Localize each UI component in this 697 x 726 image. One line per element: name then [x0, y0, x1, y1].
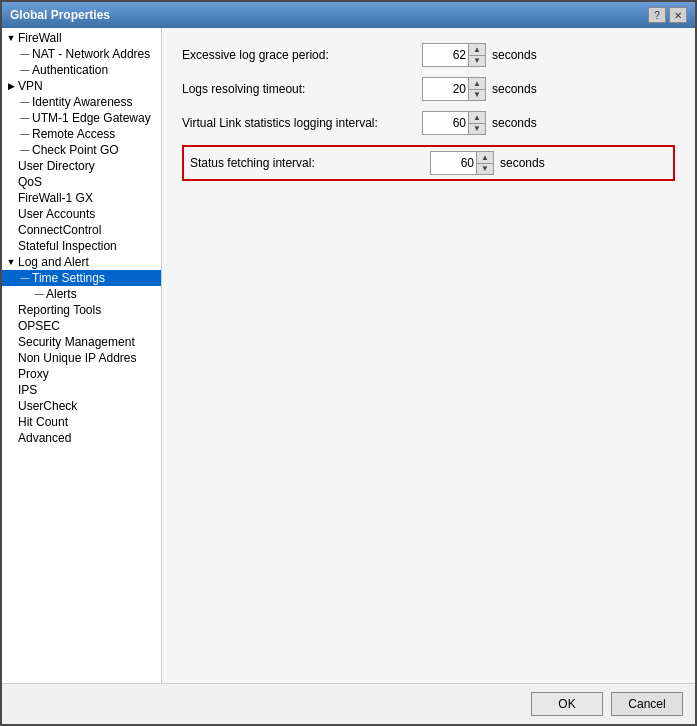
global-properties-dialog: Global Properties ? ✕ ▼FireWall—NAT - Ne… [0, 0, 697, 726]
field-label-virtual-link: Virtual Link statistics logging interval… [182, 116, 422, 130]
dash-icon: — [18, 95, 32, 109]
sidebar-item-vpn[interactable]: ▶VPN [2, 78, 161, 94]
spinbox-input-status-fetching[interactable] [431, 152, 476, 174]
sidebar-item-checkpoint-go[interactable]: —Check Point GO [2, 142, 161, 158]
spinbox-virtual-link: ▲ ▼ [422, 111, 486, 135]
title-bar-buttons: ? ✕ [648, 7, 687, 23]
spinbox-log-grace: ▲ ▼ [422, 43, 486, 67]
spinbox-container-virtual-link: ▲ ▼ seconds [422, 111, 537, 135]
help-button[interactable]: ? [648, 7, 666, 23]
expander-icon[interactable]: ▼ [4, 31, 18, 45]
sidebar-item-label: QoS [18, 175, 42, 189]
sidebar-item-usercheck[interactable]: UserCheck [2, 398, 161, 414]
form-row-logs-resolving: Logs resolving timeout: ▲ ▼ seconds [182, 77, 675, 101]
sidebar-item-log-and-alert[interactable]: ▼Log and Alert [2, 254, 161, 270]
sidebar-item-identity-awareness[interactable]: —Identity Awareness [2, 94, 161, 110]
sidebar-item-ips[interactable]: IPS [2, 382, 161, 398]
spinbox-up-logs-resolving[interactable]: ▲ [469, 78, 485, 89]
sidebar-item-label: Identity Awareness [32, 95, 133, 109]
dash-icon: — [18, 111, 32, 125]
field-label-status-fetching: Status fetching interval: [190, 156, 430, 170]
unit-label-log-grace: seconds [492, 48, 537, 62]
expander-icon[interactable]: ▶ [4, 79, 18, 93]
field-label-logs-resolving: Logs resolving timeout: [182, 82, 422, 96]
dialog-content: ▼FireWall—NAT - Network Addres—Authentic… [2, 28, 695, 683]
unit-label-status-fetching: seconds [500, 156, 545, 170]
form-row-log-grace: Excessive log grace period: ▲ ▼ seconds [182, 43, 675, 67]
spinbox-up-status-fetching[interactable]: ▲ [477, 152, 493, 163]
sidebar-item-opsec[interactable]: OPSEC [2, 318, 161, 334]
sidebar-item-label: Remote Access [32, 127, 115, 141]
sidebar-item-firewall[interactable]: ▼FireWall [2, 30, 161, 46]
spinbox-buttons-status-fetching: ▲ ▼ [476, 152, 493, 174]
spinbox-buttons-logs-resolving: ▲ ▼ [468, 78, 485, 100]
spinbox-buttons-virtual-link: ▲ ▼ [468, 112, 485, 134]
spinbox-up-log-grace[interactable]: ▲ [469, 44, 485, 55]
spinbox-logs-resolving: ▲ ▼ [422, 77, 486, 101]
sidebar-item-label: Time Settings [32, 271, 105, 285]
sidebar-item-nat[interactable]: —NAT - Network Addres [2, 46, 161, 62]
sidebar-item-label: Check Point GO [32, 143, 119, 157]
sidebar-item-label: Reporting Tools [18, 303, 101, 317]
dialog-title: Global Properties [10, 8, 110, 22]
sidebar-item-label: Advanced [18, 431, 71, 445]
sidebar-item-alerts[interactable]: —Alerts [2, 286, 161, 302]
spinbox-container-status-fetching: ▲ ▼ seconds [430, 151, 545, 175]
sidebar-item-connectcontrol[interactable]: ConnectControl [2, 222, 161, 238]
dash-icon: — [18, 47, 32, 61]
expander-icon[interactable]: ▼ [4, 255, 18, 269]
sidebar-item-label: VPN [18, 79, 43, 93]
sidebar-item-label: Stateful Inspection [18, 239, 117, 253]
sidebar-item-label: IPS [18, 383, 37, 397]
sidebar-item-label: UTM-1 Edge Gateway [32, 111, 151, 125]
sidebar-item-authentication[interactable]: —Authentication [2, 62, 161, 78]
spinbox-down-status-fetching[interactable]: ▼ [477, 163, 493, 174]
sidebar-item-label: UserCheck [18, 399, 77, 413]
sidebar-item-firewall1-gx[interactable]: FireWall-1 GX [2, 190, 161, 206]
sidebar-tree: ▼FireWall—NAT - Network Addres—Authentic… [2, 28, 162, 683]
main-panel: Excessive log grace period: ▲ ▼ seconds … [162, 28, 695, 683]
sidebar-item-advanced[interactable]: Advanced [2, 430, 161, 446]
sidebar-item-non-unique-ip[interactable]: Non Unique IP Addres [2, 350, 161, 366]
sidebar-item-label: Hit Count [18, 415, 68, 429]
spinbox-input-log-grace[interactable] [423, 44, 468, 66]
sidebar-item-remote-access[interactable]: —Remote Access [2, 126, 161, 142]
cancel-button[interactable]: Cancel [611, 692, 683, 716]
sidebar-item-user-accounts[interactable]: User Accounts [2, 206, 161, 222]
form-row-virtual-link: Virtual Link statistics logging interval… [182, 111, 675, 135]
spinbox-up-virtual-link[interactable]: ▲ [469, 112, 485, 123]
sidebar-item-proxy[interactable]: Proxy [2, 366, 161, 382]
sidebar-item-label: Authentication [32, 63, 108, 77]
spinbox-down-logs-resolving[interactable]: ▼ [469, 89, 485, 100]
sidebar-item-reporting-tools[interactable]: Reporting Tools [2, 302, 161, 318]
spinbox-status-fetching: ▲ ▼ [430, 151, 494, 175]
spinbox-down-virtual-link[interactable]: ▼ [469, 123, 485, 134]
sidebar-item-qos[interactable]: QoS [2, 174, 161, 190]
title-bar: Global Properties ? ✕ [2, 2, 695, 28]
sidebar-item-user-directory[interactable]: User Directory [2, 158, 161, 174]
dash-icon: — [18, 143, 32, 157]
sidebar-item-security-management[interactable]: Security Management [2, 334, 161, 350]
close-button[interactable]: ✕ [669, 7, 687, 23]
spinbox-container-logs-resolving: ▲ ▼ seconds [422, 77, 537, 101]
sidebar-item-label: Proxy [18, 367, 49, 381]
unit-label-logs-resolving: seconds [492, 82, 537, 96]
dash-icon: — [18, 63, 32, 77]
sidebar-item-stateful-inspection[interactable]: Stateful Inspection [2, 238, 161, 254]
sidebar-item-label: FireWall-1 GX [18, 191, 93, 205]
sidebar-item-label: Log and Alert [18, 255, 89, 269]
spinbox-input-virtual-link[interactable] [423, 112, 468, 134]
dialog-footer: OK Cancel [2, 683, 695, 724]
field-label-log-grace: Excessive log grace period: [182, 48, 422, 62]
sidebar-item-time-settings[interactable]: —Time Settings [2, 270, 161, 286]
sidebar-item-hit-count[interactable]: Hit Count [2, 414, 161, 430]
sidebar-item-utm1-edge[interactable]: —UTM-1 Edge Gateway [2, 110, 161, 126]
sidebar-item-label: OPSEC [18, 319, 60, 333]
dash-icon: — [32, 287, 46, 301]
sidebar-item-label: ConnectControl [18, 223, 101, 237]
spinbox-input-logs-resolving[interactable] [423, 78, 468, 100]
ok-button[interactable]: OK [531, 692, 603, 716]
spinbox-down-log-grace[interactable]: ▼ [469, 55, 485, 66]
spinbox-buttons-log-grace: ▲ ▼ [468, 44, 485, 66]
sidebar-item-label: User Directory [18, 159, 95, 173]
